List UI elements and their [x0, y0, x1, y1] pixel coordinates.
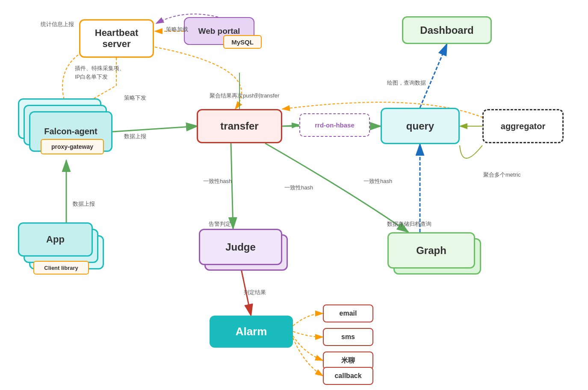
- callback-node: callback: [323, 367, 373, 385]
- label-verdict: 判定结果: [244, 289, 266, 296]
- label-celue-jiazai: 策略加载: [166, 26, 188, 33]
- sms-label: sms: [341, 333, 355, 341]
- rrd-label: rrd-on-hbase: [315, 121, 355, 129]
- heartbeat-server-node: Heartbeat server: [79, 19, 154, 58]
- miliao-label: 米聊: [341, 356, 355, 365]
- proxy-label: proxy-gateway: [51, 143, 93, 150]
- label-tongji: 统计信息上报: [41, 21, 74, 28]
- label-data-store: 数据存储归档查询: [387, 220, 431, 228]
- falcon-label: Falcon-agent: [44, 127, 97, 136]
- label-hash3: 一致性hash: [363, 177, 392, 185]
- mysql-label: MySQL: [231, 38, 254, 46]
- label-draw: 绘图，查询数据: [387, 79, 426, 87]
- app-node: App: [18, 222, 93, 257]
- alarm-node: Alarm: [210, 316, 293, 348]
- mysql-node: MySQL: [223, 35, 262, 49]
- graph-label: Graph: [416, 245, 446, 257]
- email-node: email: [323, 304, 373, 322]
- judge-node: Judge: [199, 229, 282, 265]
- proxy-gateway-node: proxy-gateway: [41, 139, 104, 154]
- dashboard-label: Dashboard: [420, 24, 473, 36]
- graph-node: Graph: [387, 232, 475, 269]
- email-label: email: [340, 310, 357, 317]
- aggregator-label: aggregator: [501, 121, 545, 131]
- query-label: query: [406, 120, 434, 132]
- judge-label: Judge: [225, 241, 256, 253]
- app-label: App: [46, 234, 65, 245]
- alarm-label: Alarm: [236, 325, 267, 338]
- label-data-upload1: 数据上报: [124, 133, 146, 140]
- label-hash1: 一致性hash: [203, 177, 232, 185]
- label-plugin: 插件、特殊采集项、IP白名单下发: [75, 64, 125, 81]
- label-data-upload2: 数据上报: [73, 200, 95, 208]
- transfer-label: transfer: [220, 120, 258, 132]
- query-node: query: [381, 108, 460, 144]
- label-celue-xia: 策略下发: [124, 94, 146, 102]
- transfer-node: transfer: [197, 109, 282, 143]
- label-hash2: 一致性hash: [284, 184, 313, 192]
- callback-label: callback: [334, 372, 361, 380]
- clientlib-node: Client library: [33, 261, 89, 275]
- rrd-node: rrd-on-hbase: [299, 113, 370, 137]
- aggregator-node: aggregator: [482, 109, 564, 143]
- label-alarm-judge: 告警判定: [209, 220, 231, 228]
- label-agg-push: 聚合结果再次push到transfer: [210, 92, 279, 100]
- webportal-label: Web portal: [198, 27, 240, 36]
- clientlib-label: Client library: [44, 265, 78, 271]
- heartbeat-label: Heartbeat server: [80, 27, 153, 50]
- sms-node: sms: [323, 328, 373, 346]
- dashboard-node: Dashboard: [402, 16, 492, 44]
- label-agg-metric: 聚合多个metric: [483, 171, 520, 179]
